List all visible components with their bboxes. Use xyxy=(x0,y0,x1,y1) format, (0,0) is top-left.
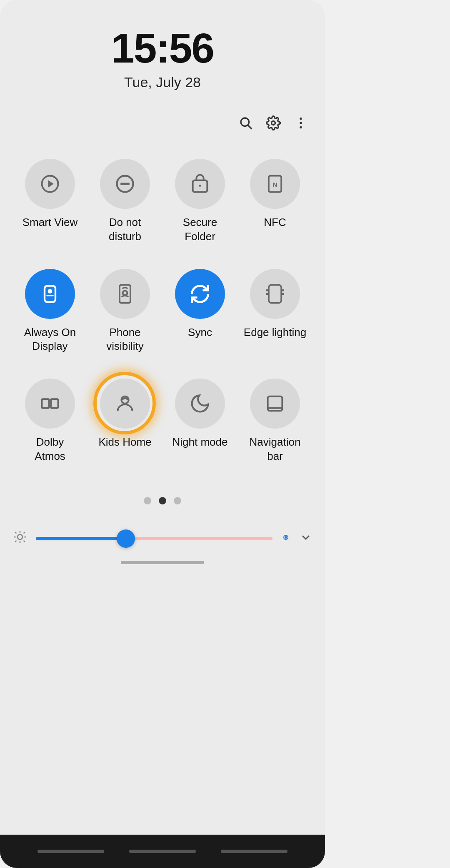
clock-time: 15:56 xyxy=(111,25,214,71)
toggle-night-mode[interactable]: Night mode xyxy=(167,379,233,464)
settings-icon[interactable] xyxy=(266,115,281,134)
quick-toggles-grid: Smart View Do notdisturb xyxy=(0,159,325,489)
svg-line-1 xyxy=(248,125,251,128)
search-icon[interactable] xyxy=(238,115,253,134)
svg-marker-7 xyxy=(48,180,54,187)
clock-date: Tue, July 28 xyxy=(111,74,214,90)
svg-point-41 xyxy=(285,536,287,539)
svg-point-4 xyxy=(300,122,302,124)
toggle-label-dolby-atmos: DolbyAtmos xyxy=(35,435,65,464)
toggle-secure-folder[interactable]: SecureFolder xyxy=(167,159,233,244)
toggle-kids-home[interactable]: Kids Home xyxy=(92,379,158,464)
toggle-phone-visibility[interactable]: Phonevisibility xyxy=(92,269,158,354)
quick-settings-screen: 15:56 Tue, July 28 xyxy=(0,0,325,868)
nav-pill-2 xyxy=(129,850,196,853)
toggle-label-dnd: Do notdisturb xyxy=(109,216,141,244)
nav-bar xyxy=(0,835,325,868)
toggle-circle-dnd[interactable] xyxy=(100,159,150,209)
svg-rect-14 xyxy=(45,286,55,302)
toggle-circle-smart-view[interactable] xyxy=(25,159,75,209)
svg-point-29 xyxy=(270,410,272,411)
toggle-label-sync: Sync xyxy=(188,326,212,340)
clock-section: 15:56 Tue, July 28 xyxy=(111,25,214,90)
svg-point-31 xyxy=(278,410,280,411)
svg-rect-16 xyxy=(46,295,53,296)
svg-point-15 xyxy=(48,289,52,294)
svg-line-39 xyxy=(15,540,16,542)
svg-line-38 xyxy=(24,540,25,542)
toggle-aod[interactable]: Always OnDisplay xyxy=(17,269,83,354)
toggle-label-aod: Always OnDisplay xyxy=(24,326,76,354)
toggle-dnd[interactable]: Do notdisturb xyxy=(92,159,158,244)
nav-pill-3 xyxy=(221,850,288,853)
toggle-circle-dolby-atmos[interactable] xyxy=(25,379,75,429)
svg-line-40 xyxy=(24,532,25,533)
brightness-high-icon xyxy=(281,532,291,545)
nav-pill-1 xyxy=(38,850,104,853)
toggle-circle-nfc[interactable]: N xyxy=(250,159,300,209)
svg-text:N: N xyxy=(273,181,278,188)
toggle-label-secure-folder: SecureFolder xyxy=(183,216,217,244)
svg-point-30 xyxy=(274,410,276,411)
page-indicators xyxy=(144,497,181,504)
toggle-label-nfc: NFC xyxy=(264,216,286,230)
toggles-row-1: Smart View Do notdisturb xyxy=(12,159,312,244)
toggle-circle-aod[interactable] xyxy=(25,269,75,319)
top-icons-bar xyxy=(238,115,308,134)
svg-point-32 xyxy=(18,534,22,539)
toggle-label-smart-view: Smart View xyxy=(22,216,78,230)
toggle-edge-lighting[interactable]: Edge lighting xyxy=(242,269,308,354)
toggle-label-kids-home: Kids Home xyxy=(98,435,151,449)
more-options-icon[interactable] xyxy=(293,115,308,134)
brightness-track xyxy=(36,537,272,540)
toggle-circle-navigation-bar[interactable] xyxy=(250,379,300,429)
svg-rect-25 xyxy=(51,399,58,408)
toggle-smart-view[interactable]: Smart View xyxy=(17,159,83,244)
toggle-label-phone-visibility: Phonevisibility xyxy=(106,326,144,354)
toggle-label-edge-lighting: Edge lighting xyxy=(244,326,306,340)
svg-point-18 xyxy=(123,291,128,295)
brightness-thumb[interactable] xyxy=(117,529,135,548)
svg-point-2 xyxy=(272,121,275,125)
toggle-navigation-bar[interactable]: Navigationbar xyxy=(242,379,308,464)
page-dot-2[interactable] xyxy=(159,497,166,504)
svg-point-5 xyxy=(300,126,302,128)
toggle-dolby-atmos[interactable]: DolbyAtmos xyxy=(17,379,83,464)
page-dot-1[interactable] xyxy=(144,497,151,504)
svg-point-3 xyxy=(300,118,302,120)
toggle-circle-phone-visibility[interactable] xyxy=(100,269,150,319)
brightness-slider[interactable] xyxy=(36,537,272,540)
brightness-low-icon xyxy=(12,529,28,548)
brightness-control xyxy=(0,529,325,548)
toggle-circle-sync[interactable] xyxy=(175,269,225,319)
toggle-circle-edge-lighting[interactable] xyxy=(250,269,300,319)
toggle-label-night-mode: Night mode xyxy=(172,435,228,449)
toggles-row-2: Always OnDisplay Phonevisibility xyxy=(12,269,312,354)
toggle-label-navigation-bar: Navigationbar xyxy=(250,435,301,464)
home-bar[interactable] xyxy=(121,561,204,564)
svg-line-37 xyxy=(15,532,16,533)
page-dot-3[interactable] xyxy=(174,497,181,504)
toggle-nfc[interactable]: N NFC xyxy=(242,159,308,244)
toggle-circle-night-mode[interactable] xyxy=(175,379,225,429)
toggle-sync[interactable]: Sync xyxy=(167,269,233,354)
svg-rect-19 xyxy=(269,285,281,303)
svg-rect-24 xyxy=(42,399,49,408)
toggle-circle-secure-folder[interactable] xyxy=(175,159,225,209)
toggles-row-3: DolbyAtmos Kids Home xyxy=(12,379,312,464)
toggle-circle-kids-home[interactable] xyxy=(100,379,150,429)
brightness-expand-icon[interactable] xyxy=(299,531,312,547)
